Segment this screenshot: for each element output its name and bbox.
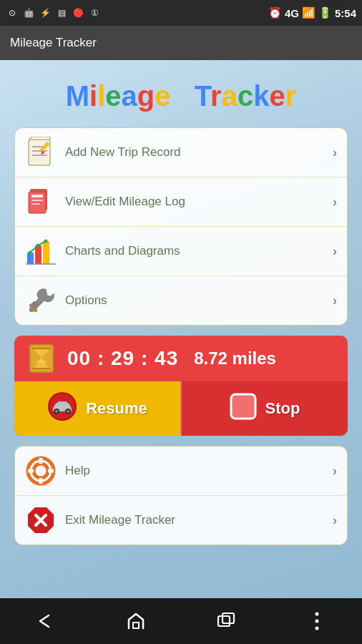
svg-rect-39 (231, 394, 255, 419)
alarm-icon: ⊙ (6, 6, 19, 19)
svg-point-20 (29, 251, 32, 255)
recents-button[interactable] (205, 607, 248, 635)
add-trip-chevron: › (333, 145, 337, 160)
log-icon (25, 186, 57, 218)
more-options-button[interactable] (295, 607, 338, 635)
timer-section: 00 : 29 : 43 8.72 miles (14, 336, 348, 436)
exit-label: Exit Mileage Tracker (65, 513, 333, 527)
page-title: Mileage Tracker (10, 36, 97, 50)
alarm-status-icon: ⏰ (268, 6, 282, 19)
menu-item-help[interactable]: Help › (15, 447, 347, 496)
menu-item-add-trip[interactable]: Add New Trip Record › (15, 128, 347, 177)
main-content: Mileage Tracker (0, 60, 362, 545)
add-trip-label: Add New Trip Record (65, 145, 333, 160)
svg-point-38 (67, 410, 69, 413)
exit-icon (25, 504, 57, 536)
time-label: 5:54 (335, 7, 356, 19)
signal-label: 4G (285, 7, 299, 19)
options-icon (25, 285, 57, 316)
svg-rect-51 (222, 613, 234, 623)
signal-bars: 📶 (302, 6, 315, 19)
svg-rect-14 (31, 195, 43, 197)
charts-label: Charts and Diagrams (65, 244, 333, 258)
menu-item-options[interactable]: Options › (15, 276, 347, 325)
charts-chevron: › (333, 244, 337, 259)
back-button[interactable] (24, 607, 67, 635)
stop-label: Stop (265, 399, 300, 418)
svg-point-22 (44, 240, 48, 243)
charts-icon (25, 235, 57, 267)
svg-rect-49 (133, 623, 139, 628)
view-log-label: View/Edit Mileage Log (65, 195, 333, 209)
number-icon: ① (88, 6, 101, 19)
svg-point-52 (315, 613, 318, 616)
resume-button[interactable]: Resume (14, 381, 180, 436)
android-icon: 🤖 (22, 6, 35, 19)
menu-item-exit[interactable]: Exit Mileage Tracker › (15, 496, 347, 545)
menu-item-view-log[interactable]: View/Edit Mileage Log › (15, 177, 347, 227)
svg-rect-19 (43, 241, 49, 264)
status-bar-left: ⊙ 🤖 ⚡ ▤ 🔴 ① (6, 6, 101, 19)
hourglass-icon (26, 343, 57, 374)
home-button[interactable] (114, 607, 157, 635)
car-icon (47, 391, 77, 426)
app-icon: 🔴 (72, 6, 84, 19)
stop-button[interactable]: Stop (180, 381, 348, 436)
usb-icon: ⚡ (39, 6, 52, 19)
help-chevron: › (333, 464, 337, 479)
svg-point-36 (55, 410, 58, 413)
svg-point-21 (36, 244, 40, 248)
bottom-menu-card: Help › Exit Mileage Tracker › (14, 446, 348, 545)
timer-display: 00 : 29 : 43 (67, 347, 178, 370)
exit-chevron: › (333, 513, 337, 528)
help-icon (25, 455, 57, 487)
add-trip-icon (25, 137, 57, 168)
status-bar-right: ⏰ 4G 📶 🔋 5:54 (268, 6, 356, 19)
svg-point-54 (315, 627, 318, 630)
stop-icon (230, 393, 257, 424)
timer-buttons: Resume Stop (14, 381, 348, 436)
battery-icon: 🔋 (318, 6, 332, 19)
help-label: Help (65, 464, 333, 478)
svg-point-53 (315, 620, 318, 623)
timer-row: 00 : 29 : 43 8.72 miles (14, 336, 348, 381)
view-log-chevron: › (333, 195, 337, 210)
svg-rect-15 (31, 200, 43, 201)
svg-rect-50 (218, 616, 230, 626)
main-menu-card: Add New Trip Record › View/Edit Mileage … (14, 127, 348, 326)
timer-miles: 8.72 miles (194, 348, 276, 369)
svg-point-41 (34, 464, 48, 478)
options-label: Options (65, 293, 333, 308)
menu-item-charts[interactable]: Charts and Diagrams › (15, 227, 347, 276)
notification-icon: ▤ (55, 6, 68, 19)
app-title-heading: Mileage Tracker (14, 74, 348, 117)
resume-label: Resume (86, 399, 147, 418)
title-bar: Mileage Tracker (0, 26, 362, 60)
svg-rect-16 (31, 203, 40, 205)
options-chevron: › (333, 293, 337, 308)
navigation-bar (0, 598, 362, 644)
status-bar: ⊙ 🤖 ⚡ ▤ 🔴 ① ⏰ 4G 📶 🔋 5:54 (0, 0, 362, 26)
svg-rect-18 (35, 245, 41, 264)
